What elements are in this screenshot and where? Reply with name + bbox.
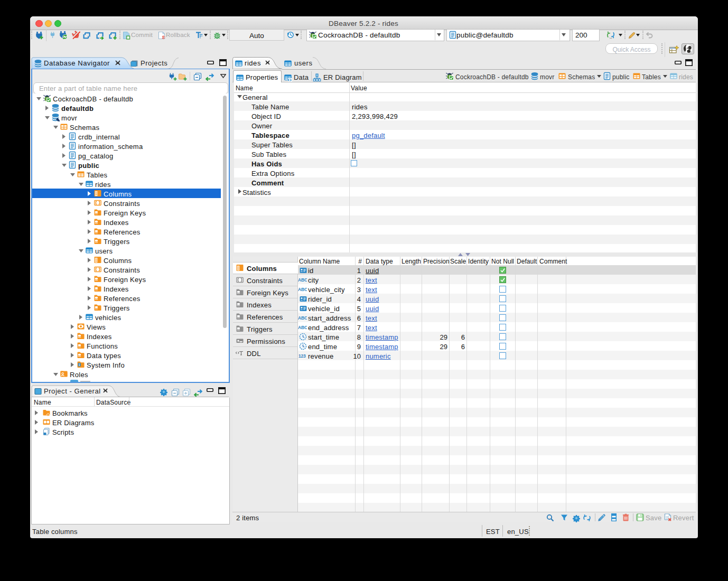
svg-text:ABC: ABC: [298, 315, 307, 321]
svg-text:ABC: ABC: [298, 277, 307, 283]
svg-text:ABC: ABC: [298, 287, 307, 292]
svg-text:ABC: ABC: [298, 325, 307, 330]
svg-text:123: 123: [298, 353, 306, 359]
